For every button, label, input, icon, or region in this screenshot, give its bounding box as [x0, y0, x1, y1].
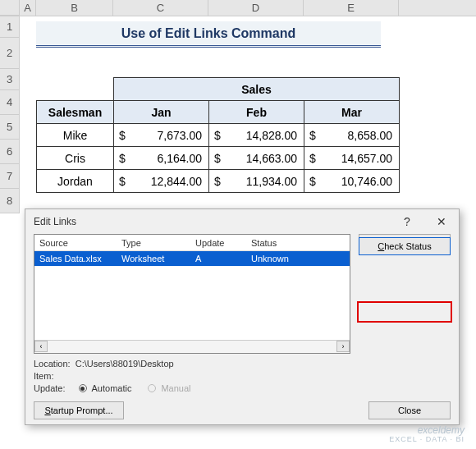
- col-header-b[interactable]: B: [36, 0, 113, 16]
- table-row: Cris $6,164.00 $14,663.00 $14,657.00: [37, 147, 400, 170]
- currency-symbol: $: [119, 129, 130, 142]
- row-header[interactable]: 6: [0, 140, 20, 164]
- scroll-right-icon[interactable]: ›: [336, 341, 350, 352]
- close-button[interactable]: Close: [368, 401, 451, 419]
- close-icon[interactable]: ✕: [424, 209, 459, 234]
- currency-symbol: $: [309, 175, 321, 188]
- money-cell[interactable]: 10,746.00: [321, 175, 392, 188]
- row-header[interactable]: 5: [0, 115, 20, 140]
- automatic-label: Automatic: [92, 383, 132, 393]
- col-header-e[interactable]: E: [304, 0, 399, 16]
- row-header[interactable]: 4: [0, 90, 20, 115]
- salesman-cell[interactable]: Mike: [37, 124, 114, 147]
- month-header: Mar: [304, 101, 400, 124]
- money-cell[interactable]: 11,934.00: [226, 175, 297, 188]
- currency-symbol: $: [119, 175, 130, 188]
- money-cell[interactable]: 14,663.00: [226, 152, 297, 165]
- money-cell[interactable]: 8,658.00: [321, 129, 392, 142]
- salesman-header: Salesman: [37, 101, 114, 124]
- col-header-a[interactable]: A: [20, 0, 36, 16]
- row-header[interactable]: 2: [0, 38, 20, 69]
- location-value: C:\Users\88019\Desktop: [76, 359, 174, 369]
- list-header: Source Type Update Status: [34, 235, 350, 251]
- manual-label: Manual: [161, 383, 190, 393]
- col-header-d[interactable]: D: [208, 0, 304, 16]
- scroll-left-icon[interactable]: ‹: [34, 341, 48, 352]
- table-row: Jordan $12,844.00 $11,934.00 $10,746.00: [37, 170, 400, 193]
- currency-symbol: $: [309, 129, 321, 142]
- automatic-radio[interactable]: [79, 384, 87, 392]
- list-status: Unknown: [251, 254, 350, 263]
- watermark: exceldemy EXCEL · DATA · BI: [389, 425, 465, 444]
- money-cell[interactable]: 14,657.00: [321, 152, 392, 165]
- break-link-highlight: [357, 301, 452, 323]
- header-status[interactable]: Status: [251, 238, 350, 248]
- item-label: Item:: [34, 371, 53, 381]
- table-row: Mike $7,673.00 $14,828.00 $8,658.00: [37, 124, 400, 147]
- header-update[interactable]: Update: [195, 238, 251, 248]
- check-status-button[interactable]: Check Status: [359, 237, 451, 255]
- month-header: Jan: [114, 101, 209, 124]
- month-header: Feb: [209, 101, 304, 124]
- currency-symbol: $: [214, 129, 226, 142]
- row-header[interactable]: 3: [0, 69, 20, 90]
- list-source: Sales Data.xlsx: [39, 254, 121, 263]
- money-cell[interactable]: 12,844.00: [130, 175, 202, 188]
- col-header-c[interactable]: C: [113, 0, 208, 16]
- page-title: Use of Edit Links Command: [36, 21, 381, 48]
- list-item[interactable]: Sales Data.xlsx Worksheet A Unknown: [34, 251, 350, 266]
- list-update: A: [195, 254, 251, 263]
- row-header[interactable]: 1: [0, 16, 20, 38]
- money-cell[interactable]: 6,164.00: [130, 152, 202, 165]
- horizontal-scrollbar[interactable]: ‹ ›: [34, 340, 350, 353]
- edit-links-dialog: Edit Links ? ✕ Source Type Update Status…: [25, 208, 460, 425]
- currency-symbol: $: [119, 152, 130, 165]
- currency-symbol: $: [214, 175, 226, 188]
- currency-symbol: $: [214, 152, 226, 165]
- header-type[interactable]: Type: [121, 238, 195, 248]
- startup-prompt-button[interactable]: Startup Prompt...: [34, 401, 124, 419]
- column-headers: A B C D E: [0, 0, 476, 16]
- list-type: Worksheet: [121, 254, 195, 263]
- salesman-cell[interactable]: Jordan: [37, 170, 114, 193]
- money-cell[interactable]: 14,828.00: [226, 129, 297, 142]
- salesman-cell[interactable]: Cris: [37, 147, 114, 170]
- currency-symbol: $: [309, 152, 321, 165]
- dialog-titlebar[interactable]: Edit Links ? ✕: [25, 209, 459, 234]
- update-label: Update:: [34, 383, 66, 393]
- money-cell[interactable]: 7,673.00: [130, 129, 202, 142]
- dialog-title: Edit Links: [34, 216, 76, 227]
- header-source[interactable]: Source: [39, 238, 121, 248]
- location-label: Location: C:\Users\88019\Desktop: [34, 359, 174, 369]
- sales-header: Sales: [114, 78, 400, 101]
- row-header[interactable]: 8: [0, 189, 20, 213]
- links-listbox[interactable]: Source Type Update Status Sales Data.xls…: [34, 234, 350, 354]
- update-row: Update: Automatic Manual: [34, 383, 191, 393]
- help-button[interactable]: ?: [390, 209, 424, 234]
- sales-table: Sales Salesman Jan Feb Mar Mike $7,673.0…: [36, 77, 400, 193]
- manual-radio: [148, 384, 156, 392]
- row-header[interactable]: 7: [0, 164, 20, 189]
